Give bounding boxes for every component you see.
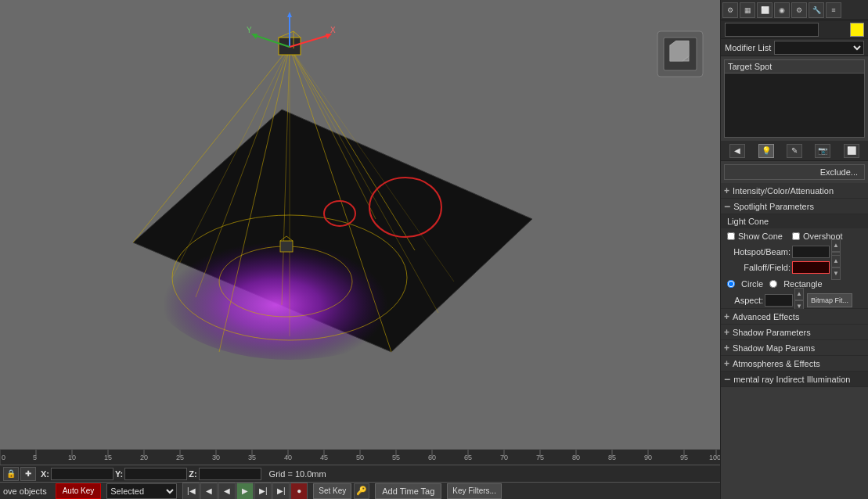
mental-ray-section[interactable]: − mental ray Indirect Illumination bbox=[721, 372, 868, 387]
shadow-map-label: Shadow Map Params bbox=[733, 343, 815, 353]
rectangle-radio[interactable] bbox=[769, 280, 777, 288]
x-label: X: bbox=[41, 469, 49, 479]
svg-text:60: 60 bbox=[428, 454, 436, 461]
circle-label: Circle bbox=[741, 279, 763, 289]
modifier-list-row: Modifier List bbox=[721, 39, 868, 56]
svg-text:50: 50 bbox=[356, 454, 364, 461]
intensity-expand-icon: + bbox=[724, 185, 729, 196]
key-filters-button[interactable]: Key Filters... bbox=[447, 483, 502, 499]
show-cone-label: Show Cone bbox=[738, 232, 783, 241]
object-color-swatch[interactable] bbox=[850, 23, 864, 37]
bottom-row1: 🔒 ✚ X: -6.802mm Y: -6.322mm Z: 77.581mm … bbox=[0, 465, 720, 482]
rp-icon-2[interactable]: ▦ bbox=[740, 2, 755, 18]
y-input[interactable]: -6.322mm bbox=[124, 468, 187, 480]
svg-text:90: 90 bbox=[644, 454, 652, 461]
select-icon[interactable]: ✚ bbox=[20, 467, 36, 481]
auto-key-button[interactable]: Auto Key bbox=[56, 483, 102, 499]
intensity-section[interactable]: + Intensity/Color/Attenuation bbox=[721, 183, 868, 199]
aspect-up-btn[interactable]: ▲ bbox=[794, 288, 804, 300]
nav-icon-edit[interactable]: ✎ bbox=[787, 144, 802, 158]
spotlight-expand-icon: − bbox=[724, 201, 730, 212]
modifier-list-select[interactable] bbox=[774, 41, 864, 55]
shadow-params-section[interactable]: + Shadow Parameters bbox=[721, 325, 868, 340]
nav-icon-display[interactable]: ⬜ bbox=[844, 144, 859, 158]
light-cone-header: Light Cone bbox=[721, 214, 868, 228]
svg-text:5: 5 bbox=[33, 454, 37, 461]
shadow-params-label: Shadow Parameters bbox=[733, 328, 811, 337]
lock-icon[interactable]: 🔒 bbox=[3, 467, 19, 481]
rp-icon-3[interactable]: ⬜ bbox=[757, 2, 773, 18]
svg-text:10: 10 bbox=[68, 454, 76, 461]
bitmap-fit-btn[interactable]: Bitmap Fit... bbox=[807, 293, 852, 307]
svg-text:95: 95 bbox=[680, 454, 688, 461]
svg-text:100: 100 bbox=[709, 454, 720, 461]
set-key-button[interactable]: Set Key bbox=[313, 483, 351, 499]
svg-text:15: 15 bbox=[104, 454, 112, 461]
rp-icon-7[interactable]: ≡ bbox=[826, 2, 841, 18]
svg-text:Y: Y bbox=[247, 26, 252, 34]
advanced-effects-section[interactable]: + Advanced Effects bbox=[721, 309, 868, 325]
spotlight-label: Spotlight Parameters bbox=[733, 202, 814, 211]
hotspot-up-btn[interactable]: ▲ bbox=[831, 239, 841, 252]
transport-next[interactable]: ▶| bbox=[254, 483, 272, 500]
advanced-effects-label: Advanced Effects bbox=[733, 312, 799, 321]
aspect-row: Aspect: 1.0 ▲ ▼ Bitmap Fit... bbox=[721, 293, 868, 308]
rp-icon-1[interactable]: ⚙ bbox=[722, 2, 738, 18]
falloff-input[interactable]: 68.1 bbox=[792, 261, 830, 274]
svg-text:45: 45 bbox=[320, 454, 328, 461]
right-panel: ⚙ ▦ ⬜ ◉ ⚙ 🔧 ≡ Spot01 Modifier List Targe… bbox=[720, 0, 868, 499]
aspect-input[interactable]: 1.0 bbox=[765, 294, 793, 307]
target-spot-box: Target Spot bbox=[724, 59, 865, 138]
key-icon[interactable]: 🔑 bbox=[354, 483, 369, 499]
bottom-bar: 🔒 ✚ X: -6.802mm Y: -6.322mm Z: 77.581mm … bbox=[0, 465, 720, 499]
scene-svg: X Y bbox=[0, 0, 720, 446]
x-input[interactable]: -6.802mm bbox=[51, 468, 113, 480]
viewport[interactable]: X Y bbox=[0, 0, 720, 446]
nav-icons-row: ◀ 💡 ✎ 📷 ⬜ bbox=[721, 141, 868, 161]
hotspot-input[interactable]: 41.0 bbox=[792, 246, 830, 258]
svg-text:25: 25 bbox=[176, 454, 184, 461]
shadow-map-icon: + bbox=[724, 343, 729, 354]
transport-play[interactable]: ▶ bbox=[236, 483, 254, 500]
aspect-label: Aspect: bbox=[724, 296, 763, 305]
shadow-map-section[interactable]: + Shadow Map Params bbox=[721, 340, 868, 356]
svg-text:X: X bbox=[330, 26, 336, 34]
right-panel-top-icons: ⚙ ▦ ⬜ ◉ ⚙ 🔧 ≡ bbox=[721, 0, 868, 20]
y-label: Y: bbox=[115, 469, 123, 479]
transport-start[interactable]: |◀ bbox=[182, 483, 200, 500]
show-cone-checkbox[interactable] bbox=[727, 232, 735, 240]
intensity-label: Intensity/Color/Attenuation bbox=[733, 186, 834, 196]
object-name-input[interactable]: Spot01 bbox=[725, 23, 819, 37]
target-spot-label: Target Spot bbox=[725, 60, 864, 74]
spotlight-section[interactable]: − Spotlight Parameters bbox=[721, 199, 868, 214]
svg-text:70: 70 bbox=[500, 454, 508, 461]
svg-text:40: 40 bbox=[284, 454, 292, 461]
add-time-tag-button[interactable]: Add Time Tag bbox=[375, 483, 441, 499]
nav-icon-camera[interactable]: 📷 bbox=[815, 144, 830, 158]
svg-text:35: 35 bbox=[248, 454, 256, 461]
falloff-down-btn[interactable]: ▼ bbox=[831, 267, 841, 280]
falloff-up-btn[interactable]: ▲ bbox=[831, 255, 841, 267]
transport-end[interactable]: ▶| bbox=[272, 483, 290, 500]
rp-icon-6[interactable]: 🔧 bbox=[809, 2, 824, 18]
modifier-list-label: Modifier List bbox=[725, 43, 771, 52]
svg-text:20: 20 bbox=[140, 454, 148, 461]
mental-ray-label: mental ray Indirect Illumination bbox=[733, 375, 850, 384]
z-label: Z: bbox=[189, 469, 196, 479]
overshoot-checkbox[interactable] bbox=[792, 232, 800, 240]
rp-icon-4[interactable]: ◉ bbox=[774, 2, 790, 18]
falloff-label: Falloff/Field: bbox=[724, 263, 791, 272]
exclude-button[interactable]: Exclude... bbox=[724, 164, 865, 180]
rp-icon-5[interactable]: ⚙ bbox=[791, 2, 807, 18]
transport-record[interactable]: ● bbox=[290, 483, 308, 500]
svg-rect-28 bbox=[280, 241, 293, 252]
selected-dropdown[interactable]: Selected bbox=[106, 483, 177, 499]
z-input[interactable]: 77.581mm bbox=[199, 468, 261, 480]
transport-prev[interactable]: ◀ bbox=[200, 483, 218, 500]
atmospheres-section[interactable]: + Atmospheres & Effects bbox=[721, 356, 868, 372]
nav-icon-light[interactable]: 💡 bbox=[758, 144, 774, 158]
object-name-row: Spot01 bbox=[721, 20, 868, 39]
nav-icon-back[interactable]: ◀ bbox=[729, 144, 745, 158]
circle-radio[interactable] bbox=[727, 280, 735, 288]
transport-play-back[interactable]: ◀ bbox=[218, 483, 236, 500]
